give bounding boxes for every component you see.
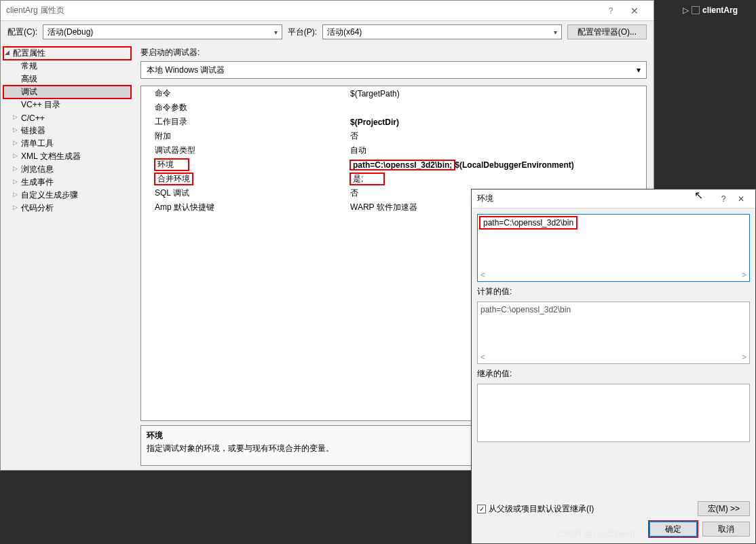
tree-item[interactable]: 生成事件 — [3, 176, 131, 189]
env-input[interactable]: path=C:\openssl_3d2\bin <> — [477, 214, 750, 282]
close-button[interactable]: ✕ — [621, 5, 648, 16]
tree-item[interactable]: 清单工具 — [3, 137, 131, 150]
solution-explorer-item[interactable]: ▷ clientArg — [680, 0, 756, 20]
property-row[interactable]: 命令$(TargetPath) — [141, 86, 646, 101]
tree-root[interactable]: 配置属性 — [3, 47, 131, 60]
project-name: clientArg — [702, 5, 738, 15]
macros-button[interactable]: 宏(M) >> — [698, 501, 750, 516]
project-icon — [692, 6, 700, 14]
env-title: 环境 — [477, 193, 715, 204]
chevron-down-icon: ▾ — [554, 29, 557, 36]
inherited-label: 继承的值: — [477, 368, 750, 380]
platform-label: 平台(P): — [288, 26, 317, 38]
environment-dialog: 环境 ? ✕ path=C:\openssl_3d2\bin <> 计算的值: … — [471, 189, 756, 544]
config-toolbar: 配置(C): 活动(Debug) ▾ 平台(P): 活动(x64) ▾ 配置管理… — [1, 21, 654, 43]
inherited-value — [477, 384, 750, 442]
titlebar: clientArg 属性页 ? ✕ — [1, 1, 654, 21]
config-label: 配置(C): — [7, 26, 37, 38]
launch-label: 要启动的调试器: — [140, 47, 647, 58]
chevron-down-icon: ▾ — [274, 29, 278, 36]
tree-item[interactable]: XML 文档生成器 — [3, 150, 131, 163]
tree-item[interactable]: 调试 — [3, 86, 131, 98]
tree-item[interactable]: VC++ 目录 — [3, 98, 131, 111]
property-row[interactable]: 命令参数 — [141, 101, 646, 115]
window-title: clientArg 属性页 — [6, 5, 601, 16]
property-row[interactable]: 调试器类型自动 — [141, 143, 646, 158]
chevron-down-icon: ▾ — [637, 65, 641, 75]
platform-combo[interactable]: 活动(x64) ▾ — [322, 24, 562, 39]
config-combo[interactable]: 活动(Debug) ▾ — [43, 24, 282, 39]
inherit-checkbox[interactable]: ✓ 从父级或项目默认设置继承(I) — [477, 503, 594, 515]
computed-value: path=C:\openssl_3d2\bin <> — [477, 302, 750, 364]
cancel-button[interactable]: 取消 — [702, 522, 750, 537]
property-row[interactable]: 附加否 — [141, 129, 646, 143]
tree-item[interactable]: C/C++ — [3, 111, 131, 124]
watermark: CSDN @LostSpeed — [556, 528, 635, 539]
close-button[interactable]: ✕ — [732, 194, 750, 204]
tree-item[interactable]: 常规 — [3, 60, 131, 73]
help-button[interactable]: ? — [601, 6, 621, 16]
tree-item[interactable]: 浏览信息 — [3, 163, 131, 176]
tree-item[interactable]: 代码分析 — [3, 202, 131, 215]
tree-item[interactable]: 自定义生成步骤 — [3, 189, 131, 202]
help-button[interactable]: ? — [715, 194, 732, 204]
computed-label: 计算的值: — [477, 286, 750, 297]
config-manager-button[interactable]: 配置管理器(O)... — [567, 24, 647, 39]
debugger-combo[interactable]: 本地 Windows 调试器 ▾ — [140, 61, 647, 79]
tree-item[interactable]: 链接器 — [3, 124, 131, 137]
ok-button[interactable]: 确定 — [649, 522, 697, 537]
property-row[interactable]: 合并环境是; — [141, 172, 646, 186]
property-tree: 配置属性 常规高级调试VC++ 目录C/C++链接器清单工具XML 文档生成器浏… — [1, 43, 134, 470]
property-row[interactable]: 工作目录$(ProjectDir) — [141, 115, 646, 129]
property-row[interactable]: 环境path=C:\openssl_3d2\bin;$(LocalDebugge… — [141, 158, 646, 172]
tree-item[interactable]: 高级 — [3, 73, 131, 86]
env-titlebar: 环境 ? ✕ — [472, 189, 755, 208]
checkbox-icon: ✓ — [477, 505, 486, 513]
